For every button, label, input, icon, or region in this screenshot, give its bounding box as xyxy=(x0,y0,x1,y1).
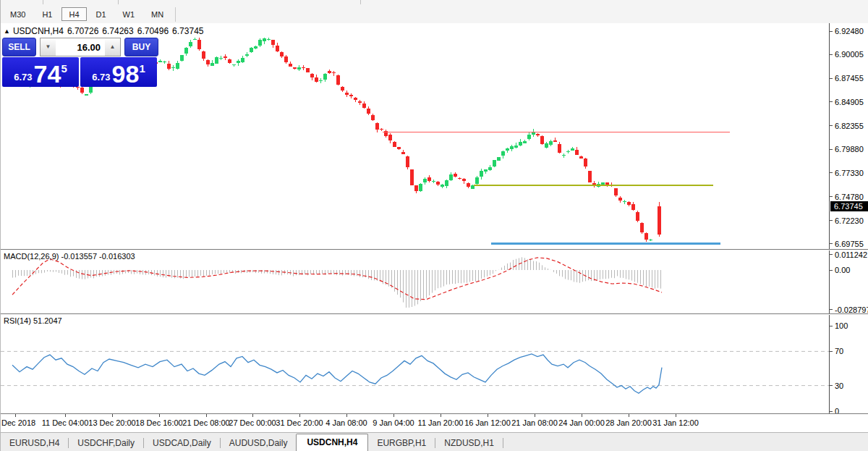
time-axis-label: 28 Jan 20:00 xyxy=(605,418,652,427)
price-axis-tick xyxy=(830,78,833,79)
sell-price-main: 74 xyxy=(34,63,61,85)
ohlc-low: 6.70496 xyxy=(137,26,169,36)
time-axis-label: 16 Jan 12:00 xyxy=(464,418,511,427)
macd-axis-label: 0.00 xyxy=(835,266,850,274)
price-axis-tick xyxy=(830,243,833,244)
timeframe-d1-button[interactable]: D1 xyxy=(89,7,114,21)
buy-button[interactable]: BUY xyxy=(124,38,158,56)
rsi-axis-tick xyxy=(830,411,833,412)
time-axis-label: 21 Dec 08:00 xyxy=(182,418,229,427)
rsi-axis-tick xyxy=(830,385,833,386)
time-axis-tick xyxy=(252,414,253,417)
price-axis-tick xyxy=(830,31,833,32)
timeframe-toolbar: M30 H1 H4 D1 W1 MN xyxy=(1,5,868,24)
volume-spinner: ▼ ▲ xyxy=(40,38,121,56)
tab-audusd-daily[interactable]: AUDUSD,Daily xyxy=(221,435,297,451)
time-axis-tick xyxy=(112,414,113,417)
time-axis: 5 Dec 201811 Dec 04:0013 Dec 20:0018 Dec… xyxy=(1,414,868,432)
price-axis-tick xyxy=(830,54,833,55)
price-axis-label: 6.92480 xyxy=(835,27,864,35)
time-axis-label: 31 Dec 20:00 xyxy=(276,418,323,427)
volume-input[interactable] xyxy=(56,38,105,56)
time-axis-tick xyxy=(676,414,676,417)
toolbar-separator xyxy=(175,7,176,22)
sell-price-box[interactable]: 6.73 74 5 xyxy=(2,57,79,87)
terminal-window: M30 H1 H4 D1 W1 MN ▲USDCNH,H46.707266.74… xyxy=(0,0,868,451)
timeframe-h1-button[interactable]: H1 xyxy=(35,7,59,21)
volume-increase-button[interactable]: ▲ xyxy=(105,38,120,56)
price-chart-panel: ▲USDCNH,H46.707266.742636.704966.73745 S… xyxy=(1,23,868,249)
time-axis-tick xyxy=(159,414,160,417)
price-axis-label: 6.72230 xyxy=(835,216,864,225)
chart-tab-bar: EURUSD,H4 USDCHF,Daily USDCAD,Daily AUDU… xyxy=(1,432,868,451)
macd-axis-label: -0.028797 xyxy=(835,305,868,314)
time-axis-label: 18 Dec 16:00 xyxy=(135,418,182,427)
timeframe-h4-button[interactable]: H4 xyxy=(61,7,86,21)
price-axis-tick xyxy=(830,149,833,150)
macd-axis: 0.0112420.00-0.028797 xyxy=(829,250,868,313)
time-axis-label: 11 Dec 04:00 xyxy=(42,418,89,427)
ohlc-open: 6.70726 xyxy=(67,26,98,36)
rsi-chart[interactable] xyxy=(1,315,829,413)
toolbar-grip xyxy=(43,0,43,4)
timeframe-w1-button[interactable]: W1 xyxy=(116,7,142,21)
timeframe-mn-button[interactable]: MN xyxy=(144,7,171,21)
tab-usdcnh-h4[interactable]: USDCNH,H4 xyxy=(296,434,368,451)
buy-price-box[interactable]: 6.73 98 1 xyxy=(80,57,157,87)
price-axis-tick xyxy=(830,196,833,197)
sell-button[interactable]: SELL xyxy=(2,38,36,56)
buy-price-main: 98 xyxy=(112,63,140,85)
time-axis-tick xyxy=(488,414,488,417)
volume-decrease-button[interactable]: ▼ xyxy=(41,38,56,56)
price-axis-label: 6.90005 xyxy=(835,50,864,59)
price-axis-tick xyxy=(830,220,833,221)
time-axis-tick xyxy=(346,414,347,417)
tab-nzdusd-h1[interactable]: NZDUSD,H1 xyxy=(435,435,503,451)
price-axis-label: 6.74780 xyxy=(835,193,864,201)
tab-eurgbp-h1[interactable]: EURGBP,H1 xyxy=(368,435,435,451)
buy-price-pip: 1 xyxy=(139,62,145,75)
price-axis-tick xyxy=(830,172,833,173)
rsi-axis-label: 100 xyxy=(835,321,848,330)
time-axis-label: 9 Jan 04:00 xyxy=(373,418,414,427)
chart-symbol-label: USDCNH,H4 xyxy=(13,26,64,36)
tab-usdchf-daily[interactable]: USDCHF,Daily xyxy=(69,435,143,451)
time-axis-label: 21 Jan 08:00 xyxy=(511,418,558,427)
time-axis-tick xyxy=(65,414,66,417)
time-axis-tick xyxy=(15,414,16,417)
macd-axis-tick xyxy=(830,254,833,255)
time-axis-tick xyxy=(582,414,582,417)
chart-title: ▲USDCNH,H46.707266.742636.704966.73745 xyxy=(4,26,208,36)
rsi-axis: 10070300 xyxy=(829,315,868,413)
time-axis-tick xyxy=(441,414,441,417)
time-axis-tick xyxy=(535,414,535,417)
one-click-trading-widget: SELL ▼ ▲ BUY 6.73 74 5 6.73 98 1 xyxy=(2,38,158,87)
time-axis-label: 24 Jan 00:00 xyxy=(558,418,605,427)
macd-axis-label: 0.011242 xyxy=(835,250,867,259)
buy-price-prefix: 6.73 xyxy=(92,70,110,85)
sell-price-pip: 5 xyxy=(61,62,67,75)
rsi-axis-label: 30 xyxy=(835,382,843,390)
macd-axis-tick xyxy=(830,309,833,310)
up-arrow-icon: ▲ xyxy=(4,28,10,35)
timeframe-m30-button[interactable]: M30 xyxy=(3,7,33,21)
price-axis-label: 6.84905 xyxy=(835,98,864,106)
time-axis-label: 5 Dec 2018 xyxy=(0,418,35,427)
macd-axis-tick xyxy=(830,270,833,271)
toolbar-grip xyxy=(118,0,119,4)
sell-price-prefix: 6.73 xyxy=(14,70,32,85)
time-axis-label: 13 Dec 20:00 xyxy=(88,418,135,427)
toolbar-top-strip xyxy=(1,0,868,5)
price-axis: 6.924806.900056.874556.849056.823556.798… xyxy=(829,23,868,249)
time-axis-label: 27 Dec 00:00 xyxy=(229,418,276,427)
rsi-axis-label: 70 xyxy=(835,347,843,355)
macd-label: MACD(12,26,9) -0.013557 -0.016303 xyxy=(4,252,135,261)
ohlc-close: 6.73745 xyxy=(172,26,203,36)
rsi-panel: RSI(14) 51.2047 10070300 xyxy=(1,315,868,413)
price-axis-label: 6.82355 xyxy=(835,122,864,130)
time-axis-tick xyxy=(206,414,207,417)
time-axis-tick xyxy=(299,414,300,417)
tab-usdcad-daily[interactable]: USDCAD,Daily xyxy=(144,435,220,451)
time-axis-label: 11 Jan 20:00 xyxy=(418,418,464,427)
tab-eurusd-h4[interactable]: EURUSD,H4 xyxy=(1,435,68,451)
